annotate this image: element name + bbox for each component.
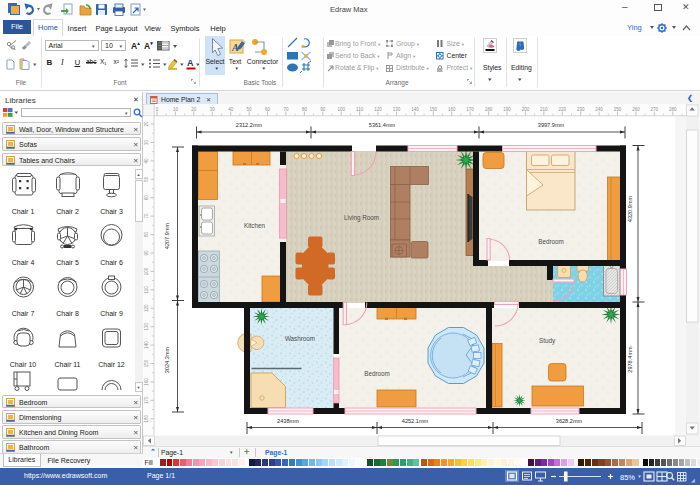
svg-text:160: 160	[144, 378, 149, 386]
svg-text:3628.2mm: 3628.2mm	[556, 418, 583, 424]
svg-text:60: 60	[144, 195, 149, 201]
svg-text:2438mm: 2438mm	[277, 418, 299, 424]
svg-text:160: 160	[448, 107, 456, 112]
svg-text:150: 150	[430, 107, 438, 112]
svg-text:220: 220	[558, 107, 566, 112]
svg-text:30: 30	[144, 140, 149, 146]
svg-text:250: 250	[614, 107, 622, 112]
svg-text:Bedroom: Bedroom	[364, 370, 390, 377]
svg-text:180: 180	[485, 107, 493, 112]
svg-text:90: 90	[320, 107, 326, 112]
svg-text:Styles: Styles	[483, 64, 502, 72]
svg-text:30: 30	[210, 107, 216, 112]
svg-text:150: 150	[144, 359, 149, 367]
svg-text:280: 280	[669, 107, 677, 112]
svg-text:70: 70	[144, 213, 149, 219]
svg-text:190: 190	[503, 107, 511, 112]
svg-text:80: 80	[144, 232, 149, 238]
svg-text:50: 50	[247, 107, 253, 112]
svg-text:10: 10	[173, 107, 179, 112]
svg-text:140: 140	[411, 107, 419, 112]
svg-text:20: 20	[191, 107, 197, 112]
svg-text:130: 130	[144, 322, 149, 330]
svg-text:100: 100	[144, 267, 149, 275]
svg-text:Editing: Editing	[511, 64, 532, 72]
svg-text:20: 20	[144, 121, 149, 127]
svg-text:A: A	[187, 58, 194, 68]
svg-text:2312.2mm: 2312.2mm	[236, 122, 263, 128]
svg-text:4320.9mm: 4320.9mm	[627, 195, 633, 222]
svg-text:170: 170	[466, 107, 474, 112]
svg-text:Living Room: Living Room	[344, 214, 379, 222]
svg-text:60: 60	[265, 107, 271, 112]
svg-text:140: 140	[144, 341, 149, 349]
svg-text:70: 70	[283, 107, 289, 112]
svg-text:90: 90	[144, 250, 149, 256]
svg-text:85%: 85%	[620, 472, 635, 481]
svg-text:4207.9mm: 4207.9mm	[164, 222, 170, 249]
svg-text:120: 120	[144, 304, 149, 312]
svg-text:Bedroom: Bedroom	[538, 238, 564, 245]
svg-text:80: 80	[302, 107, 308, 112]
svg-text:260: 260	[632, 107, 640, 112]
svg-text:100: 100	[337, 107, 345, 112]
svg-text:120: 120	[374, 107, 382, 112]
svg-text:110: 110	[356, 107, 364, 112]
svg-text:2978.4mm: 2978.4mm	[627, 346, 633, 373]
svg-text:50: 50	[144, 176, 149, 182]
svg-text:Kitchen: Kitchen	[244, 222, 266, 229]
svg-text:40: 40	[144, 158, 149, 164]
svg-text:240: 240	[595, 107, 603, 112]
svg-text:230: 230	[577, 107, 585, 112]
svg-text:110: 110	[144, 286, 149, 294]
svg-text:200: 200	[522, 107, 530, 112]
svg-text:40: 40	[228, 107, 234, 112]
svg-text:170: 170	[144, 396, 149, 404]
svg-text:Washroom: Washroom	[285, 335, 315, 342]
svg-text:270: 270	[651, 107, 659, 112]
svg-text:3024.3mm: 3024.3mm	[164, 346, 170, 373]
svg-text:3997.9mm: 3997.9mm	[538, 122, 565, 128]
svg-text:4252.1mm: 4252.1mm	[402, 418, 429, 424]
svg-text:Study: Study	[539, 337, 556, 345]
svg-text:210: 210	[540, 107, 548, 112]
svg-text:180: 180	[144, 415, 149, 423]
svg-text:5361.4mm: 5361.4mm	[369, 122, 396, 128]
svg-text:130: 130	[393, 107, 401, 112]
